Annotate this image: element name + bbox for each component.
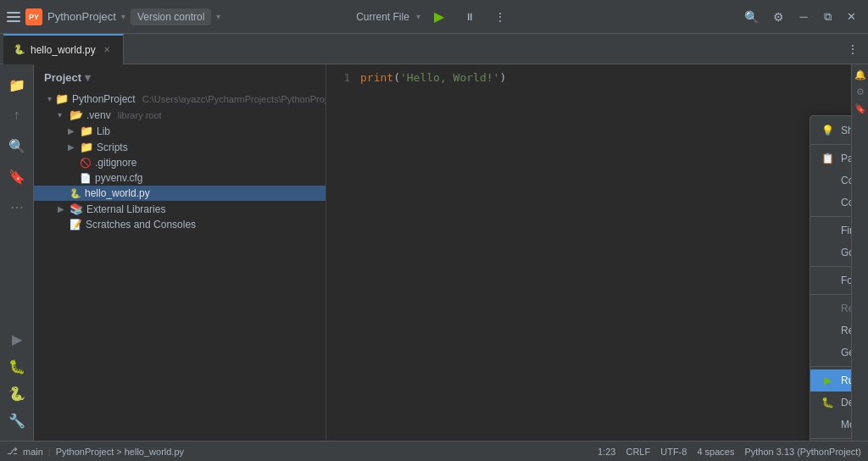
menu-label: Refactor <box>841 325 851 336</box>
sidebar-icon-run[interactable]: ▶ <box>3 325 31 353</box>
menu-item-column-selection[interactable]: Column Selection Mode Alt+Shift+Insert <box>810 192 851 214</box>
editor-area[interactable]: 1 print('Hello, World!') 💡 Show Context … <box>326 64 851 441</box>
sidebar-icon-more[interactable]: ⋯ <box>3 193 31 220</box>
menu-icon-debug: 🐛 <box>821 396 834 409</box>
menu-item-folding[interactable]: Folding › <box>810 269 851 292</box>
tree-path: C:\Users\ayazc\PycharmProjects\PythonPro… <box>142 94 326 104</box>
settings-button[interactable]: ⚙ <box>766 5 790 29</box>
git-icon: ⎇ <box>7 446 18 457</box>
menu-item-debug-hello-world[interactable]: 🐛 Debug 'hello_world' <box>810 392 851 414</box>
line-separator[interactable]: CRLF <box>626 447 650 457</box>
vcs-chevron-icon[interactable]: ▾ <box>216 12 220 21</box>
search-button[interactable]: 🔍 <box>739 5 763 29</box>
maximize-button[interactable]: ⧉ <box>817 7 837 27</box>
folder-icon: 📚 <box>70 203 83 215</box>
right-sidebar-notifications-icon[interactable]: 🔔 <box>854 68 867 81</box>
menu-item-paste[interactable]: 📋 Paste Ctrl+V <box>810 147 851 169</box>
project-name[interactable]: PythonProject <box>47 10 116 23</box>
editor-content: 1 print('Hello, World!') <box>326 64 851 91</box>
scratches-icon: 📝 <box>70 219 82 230</box>
tab-py-icon: 🐍 <box>14 44 25 55</box>
menu-icon-empty <box>821 224 834 237</box>
tree-item-pythonproject[interactable]: ▾ 📁 PythonProject C:\Users\ayazc\Pycharm… <box>34 91 326 107</box>
title-bar-right: 🔍 ⚙ ─ ⧉ ✕ <box>519 5 861 29</box>
file-tree-panel: Project ▾ ▾ 📁 PythonProject C:\Users\aya… <box>34 64 326 441</box>
code-string: 'Hello, World!' <box>400 71 499 84</box>
project-chevron-icon[interactable]: ▾ <box>121 12 125 21</box>
run-button[interactable]: ▶ <box>427 5 451 29</box>
tree-label: PythonProject <box>72 93 136 105</box>
tree-item-scripts[interactable]: ▶ 📁 Scripts <box>34 139 326 155</box>
menu-item-generate[interactable]: Generate... Alt+Insert <box>810 342 851 364</box>
main-layout: 📁 ↑ 🔍 🔖 ⋯ ▶ 🐛 🐍 🔧 Project ▾ ▾ 📁 PythonPr… <box>0 64 868 441</box>
tree-label: .gitignore <box>95 157 136 169</box>
tree-item-gitignore[interactable]: 🚫 .gitignore <box>34 155 326 170</box>
menu-label: Paste <box>841 153 851 164</box>
cursor-position[interactable]: 1:23 <box>598 447 615 457</box>
tree-label: Scripts <box>97 142 128 153</box>
menu-label: Debug 'hello_world' <box>841 397 851 408</box>
menu-item-copy-paste-special[interactable]: Copy / Paste Special › <box>810 169 851 192</box>
encoding[interactable]: UTF-8 <box>660 447 687 457</box>
tree-arrow-icon: ▶ <box>68 142 76 152</box>
folder-icon: 📁 <box>55 92 69 105</box>
tab-more-button[interactable]: ⋮ <box>841 37 865 61</box>
sidebar-icon-commit[interactable]: ↑ <box>3 102 31 129</box>
tree-item-external-libs[interactable]: ▶ 📚 External Libraries <box>34 201 326 217</box>
sidebar-icon-debug[interactable]: 🐛 <box>3 353 31 380</box>
menu-item-refactor[interactable]: Refactor › <box>810 319 851 342</box>
tree-label: .venv <box>86 109 111 121</box>
sidebar-icon-bookmark[interactable]: 🔖 <box>3 163 31 190</box>
right-sidebar-bookmarks-icon[interactable]: 🔖 <box>854 102 867 115</box>
menu-item-go-to[interactable]: Go To › <box>810 242 851 264</box>
current-file-chevron-icon[interactable]: ▾ <box>416 12 420 21</box>
sidebar-icons: 📁 ↑ 🔍 🔖 ⋯ ▶ 🐛 🐍 🔧 <box>0 64 34 441</box>
folder-icon: 📁 <box>80 125 93 137</box>
tree-arrow-icon: ▶ <box>58 204 66 214</box>
panel-header: Project ▾ <box>34 64 326 91</box>
line-code-1: print('Hello, World!') <box>360 71 506 84</box>
tree-item-venv[interactable]: ▾ 📂 .venv library root <box>34 107 326 123</box>
vcs-button[interactable]: Version control <box>131 8 211 25</box>
code-func: print <box>360 71 393 84</box>
debug-button[interactable]: ⏸ <box>458 5 481 29</box>
git-branch[interactable]: main <box>23 447 43 457</box>
menu-label: Run 'hello_world' <box>841 375 851 386</box>
python-version[interactable]: Python 3.13 (PythonProject) <box>744 447 861 457</box>
tab-hello-world[interactable]: 🐍 hello_world.py ✕ <box>3 34 124 64</box>
menu-label: Generate... <box>841 347 851 358</box>
menu-item-show-context-actions[interactable]: 💡 Show Context Actions Alt+Enter ✓ <box>810 119 851 142</box>
menu-icon-empty <box>821 324 834 337</box>
tab-close-button[interactable]: ✕ <box>101 44 113 56</box>
panel-chevron-icon[interactable]: ▾ <box>85 71 91 84</box>
file-path-status[interactable]: PythonProject > hello_world.py <box>56 447 184 457</box>
tree-label: pyvenv.cfg <box>95 172 142 184</box>
sidebar-icon-folder[interactable]: 📁 <box>3 71 31 98</box>
more-button[interactable]: ⋮ <box>488 5 512 29</box>
tab-bar: 🐍 hello_world.py ✕ ⋮ <box>0 34 868 64</box>
menu-icon-empty <box>821 302 834 315</box>
minimize-button[interactable]: ─ <box>793 7 814 27</box>
sidebar-icon-search[interactable]: 🔍 <box>3 132 31 159</box>
menu-item-run-hello-world[interactable]: ▶ Run 'hello_world' Ctrl+Shift+F10 <box>810 369 851 392</box>
tree-label: Lib <box>97 125 110 137</box>
menu-item-more-run-debug[interactable]: More Run/Debug › <box>810 414 851 436</box>
menu-icon-empty <box>821 418 834 431</box>
menu-item-find-usages[interactable]: Find Usages Alt+F7 <box>810 219 851 242</box>
code-line-1: 1 print('Hello, World!') <box>326 71 851 84</box>
menu-label: Show Context Actions <box>841 125 851 136</box>
indent-setting[interactable]: 4 spaces <box>697 447 734 457</box>
tree-item-lib[interactable]: ▶ 📁 Lib <box>34 123 326 139</box>
sidebar-icon-python[interactable]: 🐍 <box>3 380 31 407</box>
hamburger-menu-icon[interactable] <box>7 12 20 22</box>
sidebar-icon-plugins[interactable]: 🔧 <box>3 407 31 434</box>
menu-icon-paste: 📋 <box>821 152 834 165</box>
sidebar-icons-bottom: ▶ 🐛 🐍 🔧 <box>3 325 31 434</box>
menu-label: Folding <box>841 275 851 286</box>
menu-separator <box>810 438 851 439</box>
tree-item-pyvenv[interactable]: 📄 pyvenv.cfg <box>34 170 326 186</box>
right-sidebar-settings-icon[interactable]: ⚙ <box>854 85 867 98</box>
close-button[interactable]: ✕ <box>841 7 861 27</box>
tree-item-scratches[interactable]: 📝 Scratches and Consoles <box>34 217 326 232</box>
tree-item-hello-world[interactable]: 🐍 hello_world.py <box>34 186 326 201</box>
